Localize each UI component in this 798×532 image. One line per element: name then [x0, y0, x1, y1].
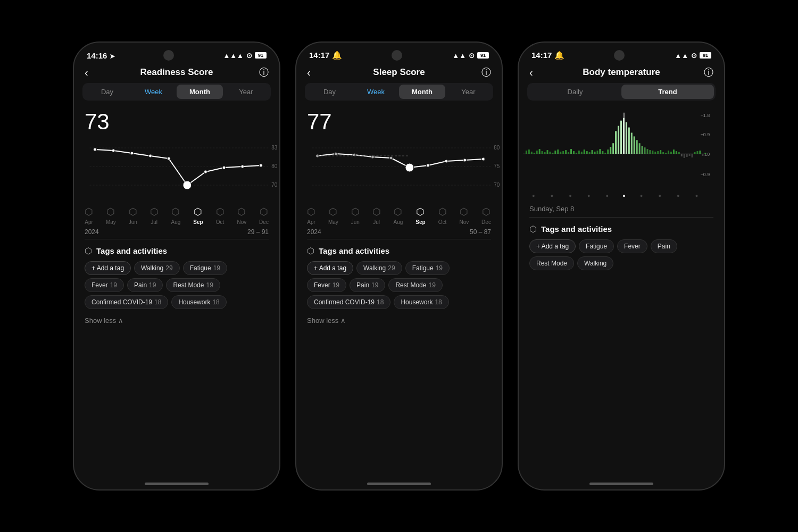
timeline-dec-2[interactable]: ⬡ Dec — [481, 206, 491, 225]
tab-month-1[interactable]: Month — [177, 85, 223, 99]
add-tag-btn-1[interactable]: + Add a tag — [85, 261, 131, 275]
tag-icon-sep-1: ⬡ — [194, 206, 202, 218]
tag-fatigue-2[interactable]: Fatigue 19 — [405, 261, 450, 275]
back-button-3[interactable]: ‹ — [529, 66, 545, 79]
timeline-apr-1[interactable]: ⬡ Apr — [85, 206, 93, 225]
tab-daily-3[interactable]: Daily — [529, 85, 621, 99]
tag-rest-3[interactable]: Rest Mode — [529, 256, 574, 270]
svg-point-11 — [183, 181, 192, 189]
tag-pain-1[interactable]: Pain 19 — [127, 278, 163, 292]
svg-rect-101 — [689, 154, 691, 156]
svg-text:70: 70 — [494, 182, 500, 188]
status-right-1: ▲▲▲ ⊙ 91 — [223, 52, 267, 60]
tag-section-icon-2: ⬡ — [307, 246, 314, 256]
range-2: 50 – 87 — [470, 228, 491, 236]
tag-walking-1[interactable]: Walking 29 — [134, 261, 180, 275]
tag-walking-2[interactable]: Walking 29 — [356, 261, 402, 275]
tag-fever-2[interactable]: Fever 19 — [307, 278, 346, 292]
tab-week-2[interactable]: Week — [353, 85, 399, 99]
year-range-2: 2024 50 – 87 — [296, 225, 502, 239]
svg-rect-76 — [626, 122, 627, 154]
tag-pain-3[interactable]: Pain — [651, 239, 677, 253]
home-indicator-1 — [145, 483, 209, 485]
svg-rect-44 — [542, 151, 543, 154]
tag-fatigue-3[interactable]: Fatigue — [579, 239, 614, 253]
svg-point-8 — [130, 152, 134, 155]
timeline-sep-1[interactable]: ⬡ Sep — [193, 206, 203, 225]
timeline-label-apr-2: Apr — [307, 219, 315, 225]
back-button-2[interactable]: ‹ — [307, 66, 323, 79]
timeline-label-may-1: May — [106, 219, 116, 225]
svg-point-112 — [606, 195, 608, 197]
tag-rest-2[interactable]: Rest Mode 19 — [388, 278, 442, 292]
wifi-icon-3: ⊙ — [691, 52, 697, 60]
wifi-icon-2: ⊙ — [469, 52, 475, 60]
tab-year-1[interactable]: Year — [223, 85, 269, 99]
back-button-1[interactable]: ‹ — [85, 66, 101, 79]
tag-icon-jun-1: ⬡ — [129, 206, 137, 218]
timeline-nov-1[interactable]: ⬡ Nov — [237, 206, 246, 225]
tag-housework-2[interactable]: Housework 18 — [394, 295, 448, 309]
svg-rect-105 — [699, 151, 701, 154]
timeline-1: ⬡ Apr ⬡ May ⬡ Jun ⬡ Jul ⬡ Aug ⬡ Sep — [74, 204, 279, 225]
info-button-3[interactable]: ⓘ — [697, 66, 713, 79]
add-tag-btn-3[interactable]: + Add a tag — [529, 239, 576, 253]
timeline-oct-2[interactable]: ⬡ Oct — [438, 206, 447, 225]
tag-fever-1[interactable]: Fever 19 — [85, 278, 124, 292]
svg-rect-57 — [576, 153, 577, 154]
temp-chart-area: +1.8 +0.9 ±0 −0.9 — [523, 107, 720, 203]
tab-day-1[interactable]: Day — [84, 85, 130, 99]
tab-trend-3[interactable]: Trend — [621, 85, 714, 99]
timeline-may-2[interactable]: ⬡ May — [328, 206, 338, 225]
timeline-dec-1[interactable]: ⬡ Dec — [259, 206, 269, 225]
tag-covid-1[interactable]: Confirmed COVID-19 18 — [85, 295, 168, 309]
tag-fatigue-1[interactable]: Fatigue 19 — [183, 261, 227, 275]
svg-rect-98 — [681, 154, 683, 156]
svg-rect-67 — [602, 151, 603, 154]
info-button-1[interactable]: ⓘ — [253, 66, 269, 79]
svg-rect-63 — [592, 150, 593, 154]
timeline-aug-2[interactable]: ⬡ Aug — [394, 206, 403, 225]
page-title-2: Sleep Score — [323, 67, 475, 78]
page-title-1: Readiness Score — [101, 67, 253, 78]
svg-point-111 — [588, 195, 590, 197]
svg-point-31 — [481, 157, 485, 161]
show-less-1[interactable]: Show less ∧ — [85, 312, 269, 329]
timeline-may-1[interactable]: ⬡ May — [106, 206, 116, 225]
timeline-aug-1[interactable]: ⬡ Aug — [171, 206, 181, 225]
tab-day-2[interactable]: Day — [306, 85, 353, 99]
tag-rest-1[interactable]: Rest Mode 19 — [166, 278, 220, 292]
tag-walking-3[interactable]: Walking — [577, 256, 613, 270]
svg-rect-58 — [578, 151, 580, 154]
timeline-sep-2[interactable]: ⬡ Sep — [415, 206, 425, 225]
show-less-2[interactable]: Show less ∧ — [307, 312, 491, 329]
year-range-1: 2024 29 – 91 — [74, 225, 279, 239]
tag-pain-2[interactable]: Pain 19 — [350, 278, 385, 292]
tag-covid-2[interactable]: Confirmed COVID-19 18 — [307, 295, 390, 309]
timeline-oct-1[interactable]: ⬡ Oct — [216, 206, 225, 225]
score-2: 77 — [296, 107, 502, 135]
svg-rect-90 — [660, 150, 661, 154]
timeline-jul-2[interactable]: ⬡ Jul — [372, 206, 381, 225]
timeline-nov-2[interactable]: ⬡ Nov — [459, 206, 469, 225]
tab-month-2[interactable]: Month — [399, 85, 445, 99]
info-button-2[interactable]: ⓘ — [475, 66, 491, 79]
timeline-jun-2[interactable]: ⬡ Jun — [351, 206, 360, 225]
timeline-jul-1[interactable]: ⬡ Jul — [150, 206, 159, 225]
tag-icon-oct-2: ⬡ — [438, 206, 447, 218]
time-2: 14:17 🔔 — [309, 51, 342, 60]
svg-rect-51 — [560, 152, 561, 154]
tab-year-2[interactable]: Year — [445, 85, 492, 99]
tags-row-1[interactable]: + Add a tag Walking 29 Fatigue 19 — [85, 261, 269, 275]
tag-housework-1[interactable]: Housework 18 — [171, 295, 226, 309]
add-tag-btn-2[interactable]: + Add a tag — [307, 261, 353, 275]
timeline-label-dec-1: Dec — [259, 219, 269, 225]
home-indicator-3 — [589, 483, 653, 485]
svg-rect-41 — [534, 153, 535, 154]
timeline-jun-1[interactable]: ⬡ Jun — [129, 206, 137, 225]
tags-title-row-1: ⬡ Tags and activities — [85, 246, 269, 256]
timeline-apr-2[interactable]: ⬡ Apr — [307, 206, 315, 225]
tab-week-1[interactable]: Week — [130, 85, 177, 99]
tag-fever-3[interactable]: Fever — [617, 239, 647, 253]
tags-row-2a: + Add a tag Walking 29 Fatigue 19 — [307, 261, 491, 275]
